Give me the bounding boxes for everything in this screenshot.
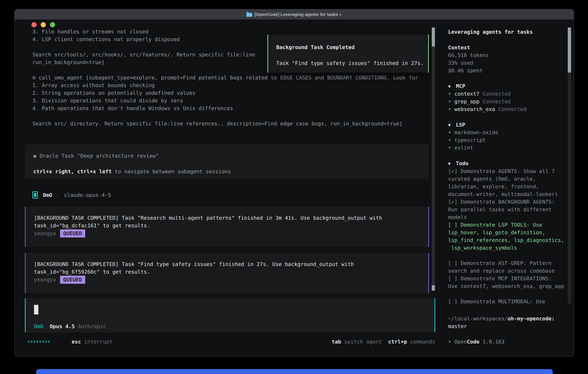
zoom-window-button[interactable] (50, 22, 55, 27)
dock-bar (36, 369, 553, 374)
chevron-down-icon: ▼ (448, 121, 456, 129)
spinner-dot (42, 341, 44, 343)
spinner-dot (48, 341, 50, 343)
bullet-icon: • (448, 339, 454, 345)
todo-heading[interactable]: ▼Todo (448, 159, 469, 167)
todo-line: lsp_find_references, lsp_diagnostics, (448, 236, 564, 244)
chevron-down-icon: ▼ (448, 83, 456, 90)
mcp-item: • grep_app Connected (448, 98, 526, 105)
keyboard-hints: tab switch agent ctrl+p commands (332, 338, 435, 345)
input-model-name: Opus 4.5 (50, 323, 75, 329)
prompt-input[interactable]: OmO Opus 4.5 Anthropic (25, 298, 435, 332)
todo-line: Use context7, websearch_exa, grep_app (448, 282, 564, 290)
main-scrollbar-track[interactable] (432, 28, 435, 291)
status-badge: QUEUED (60, 229, 85, 238)
minimize-window-button[interactable] (41, 22, 46, 27)
spinner-dots (28, 338, 51, 345)
chevron-down-icon: ▼ (448, 160, 456, 167)
lsp-item: • markdown-oxide (448, 129, 498, 136)
terminal-window: [OpenCode] Leveraging agents for tasks ◐… (14, 9, 574, 356)
status-badge: QUEUED (60, 276, 85, 284)
todo-line: Run parallel tasks with different (448, 206, 564, 213)
todo-line: [ ] Demonstrate MCP INTEGRATIONS: (448, 275, 564, 282)
input-provider-name: Anthropic (78, 323, 106, 329)
mcp-item: • websearch_exa Connected (448, 105, 526, 113)
input-agent-name: OmO (34, 323, 43, 329)
task-message: [BACKGROUND TASK COMPLETED] Task "Resear… (25, 207, 429, 247)
todo-line: [✓] Demonstrate BACKGROUND AGENTS: (448, 198, 564, 206)
terminal-line: 4. Path operations that don't handle Win… (32, 104, 430, 112)
lsp-section: ▼LSP • markdown-oxide • typescript • esl… (448, 121, 498, 152)
task-message: [BACKGROUND TASK COMPLETED] Task "Find t… (25, 253, 429, 293)
traffic-lights (32, 22, 55, 27)
mcp-item: • context7 Connected (448, 90, 526, 98)
spinner-dot (45, 341, 47, 343)
context-heading: Context (448, 44, 489, 51)
todo-line: models (448, 213, 564, 221)
bullet-icon: • (448, 106, 454, 112)
notification-body: Task "Find type safety issues" finished … (276, 59, 424, 67)
task-message-meta: yeongyuQUEUED (34, 276, 85, 283)
task-message-line1: [BACKGROUND TASK COMPLETED] Task "Find t… (34, 260, 354, 268)
main-scrollbar-thumb[interactable] (432, 28, 435, 47)
todo-line: [✓] Demonstrate AGENTS: Show all 7 (448, 167, 564, 175)
lsp-heading[interactable]: ▼LSP (448, 121, 498, 129)
status-bar: esc interrupt tab switch agent ctrl+p co… (28, 338, 435, 345)
terminal-line: ⚙ call_omo_agent [subagent_type=explore,… (32, 74, 430, 82)
context-used: 33% used (448, 59, 489, 67)
model-line: OmO Opus 4.5 Anthropic (34, 322, 106, 330)
terminal-line: 2. String operations on potentially unde… (32, 89, 430, 97)
mcp-heading[interactable]: ▼MCP (448, 82, 526, 90)
agent-model: claude-opus-4-5 (64, 192, 111, 198)
window-title: [OpenCode] Leveraging agents for tasks ◐ (254, 12, 342, 17)
todo-line: [ ] Demonstrate AST-GREP: Pattern (448, 259, 564, 267)
todo-line: lsp_hover, lsp_goto_definition, (448, 229, 564, 236)
spinner-dot (39, 341, 41, 343)
todo-gap (448, 290, 564, 298)
close-window-button[interactable] (32, 22, 37, 27)
bullet-icon: • (448, 91, 454, 97)
spinner-dot (28, 341, 29, 343)
separator-dot: · (57, 192, 60, 198)
subagent-nav-hint: ctrl+x right, ctrl+x left to navigate be… (33, 168, 231, 175)
task-author: yeongyu (34, 230, 56, 236)
lsp-item: • typescript (448, 136, 498, 144)
todo-line: search and replace across codebase (448, 267, 564, 275)
terminal-line: Search src/ directory. Return specific f… (32, 120, 430, 127)
session-title: Leveraging agents for tasks (448, 28, 533, 36)
interrupt-hint: esc interrupt (72, 338, 112, 345)
agent-icon (32, 191, 38, 198)
folder-icon (246, 13, 252, 17)
agent-name: OmO (43, 192, 52, 198)
todo-line: document-writer, multimodal-looker) (448, 190, 564, 198)
spinner-dot (33, 341, 35, 343)
notification-title: Background Task Completed (276, 43, 355, 51)
terminal-line (32, 112, 430, 120)
app-version: • OpenCode 1.0.163 (448, 338, 504, 345)
bullet-icon: • (448, 137, 454, 143)
todo-gap (448, 252, 564, 259)
workspace-path: ~/local-workspaces/oh-my-opencode: maste… (448, 315, 555, 330)
context-section: Context 66,518 tokens 33% used $0.46 spe… (448, 44, 489, 74)
oracle-task-title: ◉ Oracle Task "Deep architecture review" (33, 152, 159, 160)
notification-toast[interactable]: Background Task Completed Task "Find typ… (267, 34, 429, 73)
sidebar-scrollbar-thumb[interactable] (568, 28, 571, 73)
bullet-icon: • (448, 145, 454, 151)
todo-line: curated agents (OmO, oracle, (448, 175, 564, 183)
todo-line: lsp_workspace_symbols (448, 244, 564, 252)
bullet-icon: • (448, 129, 454, 135)
task-message-line2: task_id="bg_6f59260c" to get results. (34, 268, 150, 276)
mcp-section: ▼MCP • context7 Connected • grep_app Con… (448, 82, 526, 113)
main-scrollbar-thumb-bottom[interactable] (432, 285, 435, 291)
todo-line: [ ] Demonstrate MULTIMODAL: Use (448, 298, 564, 305)
text-cursor (34, 305, 38, 314)
lsp-item: • eslint (448, 144, 498, 152)
todo-list: [✓] Demonstrate AGENTS: Show all 7curate… (448, 167, 564, 305)
spinner-dot (36, 341, 38, 343)
task-author: yeongyu (34, 277, 56, 283)
task-message-line2: task_id="bg_dcfac161" to get results. (34, 222, 150, 229)
context-spent: $0.46 spent (448, 67, 489, 74)
oracle-task-box: ◉ Oracle Task "Deep architecture review"… (25, 144, 429, 179)
terminal-line: 1. Array access without bounds checking (32, 82, 430, 89)
todo-line: [ ] Demonstrate LSP TOOLS: Use (448, 221, 564, 229)
